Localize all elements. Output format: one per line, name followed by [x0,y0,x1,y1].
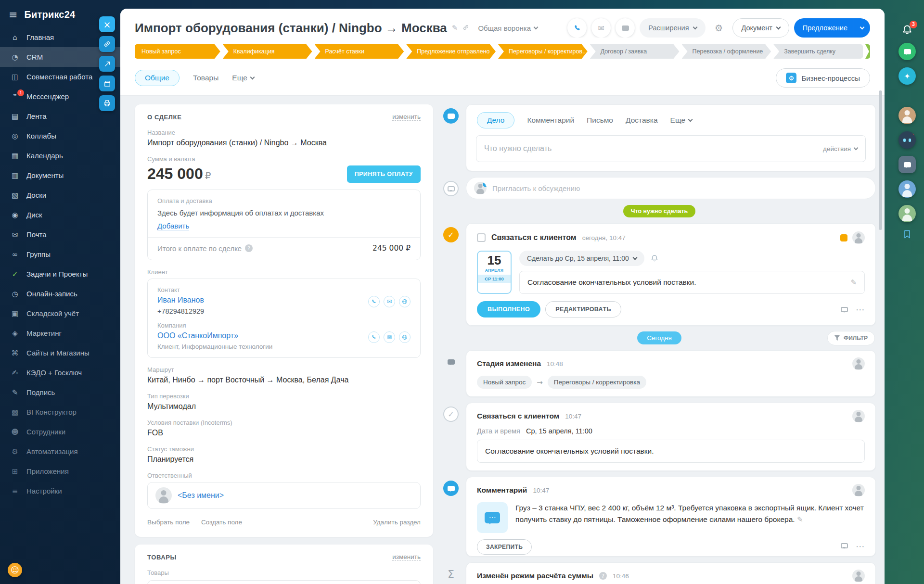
field-value-transport[interactable]: Мультимодал [147,402,421,411]
open-window-button[interactable] [99,76,115,91]
filter-button[interactable]: ФИЛЬТР [827,331,875,345]
contact-name-link[interactable]: Иван Иванов [157,296,204,305]
sidebar-item-employees[interactable]: ☻Сотрудники [0,422,120,442]
help-icon[interactable]: ? [245,244,253,252]
timeline-scrollbar[interactable] [879,90,882,230]
sidebar-item-warehouse[interactable]: ▣Складской учёт [0,304,120,323]
proposal-dropdown-toggle[interactable] [854,18,870,38]
support-icon[interactable] [898,43,916,60]
sidebar-item-calendar[interactable]: ▦Календарь [0,146,120,165]
user-avatar-2[interactable] [898,180,916,198]
tab-delivery[interactable]: Доставка [626,116,658,125]
activity-checkbox[interactable] [477,233,486,242]
stage-new-request[interactable]: Новый запрос [135,44,220,59]
call-contact-icon[interactable] [368,296,380,307]
help-icon[interactable]: ? [599,572,607,580]
activity-description[interactable]: Согласование окончательных условий поста… [519,271,865,294]
print-button[interactable] [99,95,115,111]
sidebar-item-marketing[interactable]: ◈Маркетинг [0,323,120,343]
tab-products[interactable]: Товары [193,74,218,82]
stage-contract[interactable]: Договор / заявка [590,44,680,59]
sidebar-item-settings[interactable]: ≡Настройки [0,481,120,501]
pin-button[interactable]: ЗАКРЕПИТЬ [477,539,532,555]
sidebar-item-drive[interactable]: ◉Диск [0,205,120,225]
menu-hamburger-icon[interactable]: ≡ [9,9,17,21]
accept-payment-button[interactable]: ПРИНЯТЬ ОПЛАТУ [347,165,421,183]
proposal-button[interactable]: Предложение [794,18,870,38]
responsible-link[interactable]: <Без имени> [178,491,224,500]
select-field-link[interactable]: Выбрать поле [147,519,190,526]
field-value-route[interactable]: Китай, Нинбо → порт Восточный → Москва, … [147,376,421,384]
stage-negotiation[interactable]: Переговоры / корректиров... [498,44,588,59]
document-dropdown[interactable]: Документ [732,18,789,38]
company-name-link[interactable]: ООО «СтанкоИмпорт» [157,331,238,340]
add-payment-link[interactable]: Добавить [157,222,189,230]
chat-app-icon[interactable] [898,156,916,173]
edit-activity-button[interactable]: РЕДАКТИРОВАТЬ [545,301,621,317]
sidebar-item-documents[interactable]: ▥Документы [0,165,120,185]
business-processes-button[interactable]: ⚙ Бизнес-процессы [776,68,870,88]
tab-general[interactable]: Общие [135,70,180,86]
edit-products-link[interactable]: изменить [392,553,421,561]
email-contact-icon[interactable]: ✉ [384,296,395,307]
stage-rate-calculation[interactable]: Расчёт ставки [315,44,404,59]
sidebar-item-groups[interactable]: ∞Группы [0,244,120,264]
due-date-dropdown[interactable]: Сделать до Ср, 15 апреля, 11:00 [519,251,644,266]
sidebar-item-collabs[interactable]: ◎Коллабы [0,126,120,146]
edit-title-icon[interactable]: ✎ [452,24,458,32]
sidebar-item-apps[interactable]: ⊞Приложения [0,461,120,481]
stage-close-deal[interactable]: Завершить сделку [773,44,863,59]
user-avatar-3[interactable] [898,205,916,222]
contact-phone[interactable]: +78294812929 [157,307,204,315]
complete-button[interactable]: ВЫПОЛНЕНО [477,301,540,317]
sidebar-item-kedo[interactable]: ✍КЭДО + Госключ [0,363,120,382]
todo-input[interactable] [484,144,817,153]
tab-letter[interactable]: Письмо [587,116,613,125]
tab-comment[interactable]: Комментарий [527,116,574,125]
stage-proposal-sent[interactable]: Предложение отправлено [406,44,496,59]
field-value-customs[interactable]: Планируется [147,455,421,464]
email-company-icon[interactable]: ✉ [384,331,395,343]
activity-title[interactable]: Связаться с клиентом [491,233,577,242]
delete-section-link[interactable]: Удалить раздел [373,519,421,526]
edit-description-icon[interactable]: ✎ [850,278,857,287]
sidebar-item-automation[interactable]: ⚙Автоматизация [0,442,120,461]
close-panel-button[interactable]: × [99,16,115,32]
field-value-name[interactable]: Импорт оборудования (станки) / Ningbo → … [147,139,421,147]
sidebar-item-tasks[interactable]: ✓Задачи и Проекты [0,264,120,284]
copy-link-icon[interactable] [462,24,469,32]
email-button[interactable]: ✉ [591,18,611,38]
website-company-icon[interactable] [399,331,411,343]
edit-section-link[interactable]: изменить [392,113,421,121]
sidebar-item-boards[interactable]: ▧Доски [0,185,120,205]
call-button[interactable] [567,18,587,38]
copilot-icon[interactable]: ✦ [898,67,916,85]
chat-button[interactable] [616,18,635,38]
brand-logo[interactable]: Битрикс24 [24,9,75,20]
tab-timeline-more[interactable]: Еще [670,116,693,125]
field-value-incoterms[interactable]: FOB [147,429,421,437]
reminder-bell-icon[interactable] [650,254,659,263]
stage-transportation[interactable]: Перевозка / оформление [682,44,771,59]
add-comment-icon[interactable] [841,307,848,312]
sidebar-item-bi-builder[interactable]: ▩BI Конструктор [0,402,120,422]
funnel-selector[interactable]: Общая воронка [478,24,538,32]
invite-input[interactable] [492,184,868,192]
actions-dropdown[interactable]: действия [823,145,858,152]
create-field-link[interactable]: Создать поле [201,519,242,526]
tab-more[interactable]: Еще [232,74,254,82]
tab-activity[interactable]: Дело [477,112,514,128]
sidebar-item-signature[interactable]: ✎Подпись [0,382,120,402]
copy-link-button[interactable] [99,36,115,52]
settings-gear-button[interactable]: ⚙ [710,19,728,37]
share-button[interactable] [99,56,115,72]
deal-amount[interactable]: 245 000 [147,165,203,182]
call-company-icon[interactable] [368,331,380,343]
ai-assistant-avatar[interactable]: 1 [898,131,916,149]
profile-avatar[interactable]: ☺ [8,563,22,577]
edit-comment-icon[interactable]: ✎ [797,515,803,524]
user-avatar[interactable] [898,107,916,124]
notifications-bell[interactable]: 3 [901,24,913,36]
stage-qualification[interactable]: Квалификация [223,44,312,59]
sidebar-item-mail[interactable]: ✉Почта [0,225,120,244]
